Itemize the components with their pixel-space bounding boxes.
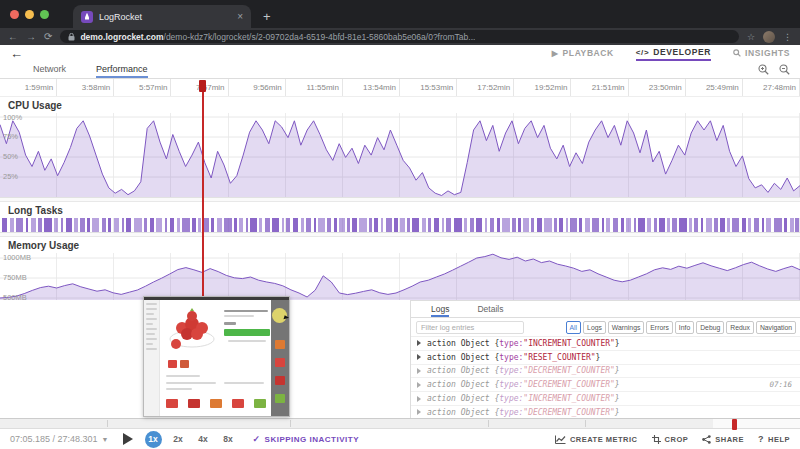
mode-insights-button[interactable]: INSIGHTS (733, 45, 790, 61)
back-arrow-button[interactable]: ← (10, 47, 23, 60)
mode-playback-button[interactable]: ▶ PLAYBACK (552, 45, 614, 61)
scrubber-playhead[interactable] (732, 419, 737, 430)
window-controls[interactable] (0, 0, 59, 28)
long-task-bar (334, 218, 337, 232)
close-window-button[interactable] (10, 10, 19, 19)
filter-button-all[interactable]: All (566, 321, 582, 334)
long-task-bar (412, 218, 419, 232)
logrocket-favicon (81, 11, 93, 23)
long-task-bar (774, 218, 783, 232)
long-task-bar (327, 218, 331, 232)
address-bar[interactable]: demo.logrocket.com/demo-kdz7k/logrocket/… (60, 30, 739, 43)
mode-developer-button[interactable]: </> DEVELOPER (636, 45, 711, 61)
long-task-bar (182, 218, 189, 232)
long-task-bar (720, 218, 725, 232)
long-task-bar (282, 218, 284, 232)
tab-performance[interactable]: Performance (96, 64, 148, 78)
log-entry-row[interactable]: action Object {type: "DECREMENT_COUNTER"… (411, 365, 800, 379)
mem-ytick-500: 500MB (3, 293, 27, 302)
filter-button-navigation[interactable]: Navigation (756, 321, 796, 334)
browser-forward-icon[interactable]: → (26, 32, 36, 42)
long-task-bar (790, 218, 794, 232)
log-entry-row[interactable]: action Object {type: "INCREMENT_COUNTER"… (411, 337, 800, 351)
speed-button-1x[interactable]: 1x (145, 431, 162, 448)
minimize-window-button[interactable] (25, 10, 34, 19)
timeline-ruler[interactable]: 1:59min3:58min5:57min7:57min9:56min11:55… (0, 79, 800, 97)
playhead-line (202, 92, 204, 300)
log-entry-row[interactable]: action Object {type: "INCREMENT_COUNTER"… (411, 392, 800, 406)
maximize-window-button[interactable] (40, 10, 49, 19)
expand-arrow-icon[interactable] (417, 409, 421, 415)
play-button[interactable] (123, 433, 133, 445)
filter-button-logs[interactable]: Logs (583, 321, 606, 334)
filter-button-warnings[interactable]: Warnings (608, 321, 644, 334)
long-task-bar (198, 218, 200, 232)
long-task-bar (54, 218, 58, 232)
skipping-inactivity-toggle[interactable]: ✓ SKIPPING INACTIVITY (253, 434, 359, 444)
browser-tabstrip: LogRocket × + (0, 0, 800, 28)
long-task-bar (122, 218, 124, 232)
timeline-tick: 5:57min (114, 79, 171, 96)
help-button[interactable]: ? HELP (758, 434, 790, 444)
scrubber-segment-divider (107, 420, 108, 427)
filter-button-debug[interactable]: Debug (696, 321, 724, 334)
long-task-bar (2, 218, 8, 232)
browser-menu-icon[interactable]: ⋮ (783, 32, 792, 42)
bottom-region: Logs Details AllLogsWarningsErrorsInfoDe… (0, 300, 800, 418)
expand-arrow-icon[interactable] (417, 396, 421, 402)
long-task-bar (434, 218, 440, 232)
long-task-bar (234, 218, 237, 232)
long-tasks-chart[interactable] (0, 218, 800, 232)
tab-details[interactable]: Details (477, 304, 503, 317)
expand-arrow-icon[interactable] (417, 354, 421, 360)
browser-tab[interactable]: LogRocket × (73, 5, 251, 28)
log-entry-row[interactable]: action Object {type: "DECREMENT_COUNTER"… (411, 378, 800, 392)
bookmark-star-icon[interactable]: ☆ (747, 32, 755, 42)
share-icon (702, 435, 711, 444)
filter-button-errors[interactable]: Errors (646, 321, 673, 334)
log-filter-input[interactable] (416, 321, 524, 334)
browser-back-icon[interactable]: ← (8, 32, 18, 42)
long-task-bar (485, 218, 487, 232)
long-task-bar (497, 218, 500, 232)
log-entry-row[interactable]: action Object {type: "DECREMENT_COUNTER"… (411, 406, 800, 418)
crop-button[interactable]: CROP (652, 435, 689, 444)
filter-button-info[interactable]: Info (675, 321, 694, 334)
browser-reload-icon[interactable]: ⟳ (44, 32, 52, 42)
expand-arrow-icon[interactable] (417, 340, 421, 346)
expand-arrow-icon[interactable] (417, 368, 421, 374)
long-task-bar (613, 218, 619, 232)
timeline-tick: 21:51min (571, 79, 628, 96)
speed-button-4x[interactable]: 4x (195, 431, 212, 448)
timeline-tick: 27:48min (743, 79, 800, 96)
search-icon (733, 49, 741, 57)
chevron-down-icon[interactable]: ▼ (102, 436, 109, 443)
filter-button-redux[interactable]: Redux (726, 321, 754, 334)
long-task-bar (476, 218, 482, 232)
share-button[interactable]: SHARE (702, 435, 744, 444)
profile-avatar[interactable] (763, 31, 775, 43)
playhead-marker[interactable] (199, 80, 206, 92)
session-scrubber[interactable] (0, 418, 800, 429)
video-preview-thumbnail[interactable] (143, 296, 290, 417)
new-tab-button[interactable]: + (263, 9, 271, 24)
log-entry-row[interactable]: action Object {type: "RESET_COUNTER"} (411, 351, 800, 365)
log-timestamp: 07:16 (769, 380, 792, 389)
long-task-bar (554, 218, 557, 232)
memory-usage-chart[interactable]: 1000MB 750MB 500MB (0, 253, 800, 301)
zoom-in-icon[interactable] (758, 64, 769, 75)
player-controls: 07:05.185 / 27:48.301 ▼ 1x2x4x8x ✓ SKIPP… (0, 429, 800, 449)
tab-close-icon[interactable]: × (237, 11, 243, 22)
long-task-bar (559, 218, 563, 232)
create-metric-button[interactable]: CREATE METRIC (555, 435, 638, 444)
speed-button-8x[interactable]: 8x (220, 431, 237, 448)
expand-arrow-icon[interactable] (417, 382, 421, 388)
cpu-usage-chart[interactable]: 100% 75% 50% 25% (0, 113, 800, 197)
tab-logs[interactable]: Logs (431, 304, 449, 317)
timeline-tick: 9:56min (229, 79, 286, 96)
tab-network[interactable]: Network (33, 64, 66, 78)
long-task-bar (694, 218, 698, 232)
speed-button-2x[interactable]: 2x (170, 431, 187, 448)
zoom-out-icon[interactable] (779, 64, 790, 75)
log-entries-list: action Object {type: "INCREMENT_COUNTER"… (411, 337, 800, 418)
